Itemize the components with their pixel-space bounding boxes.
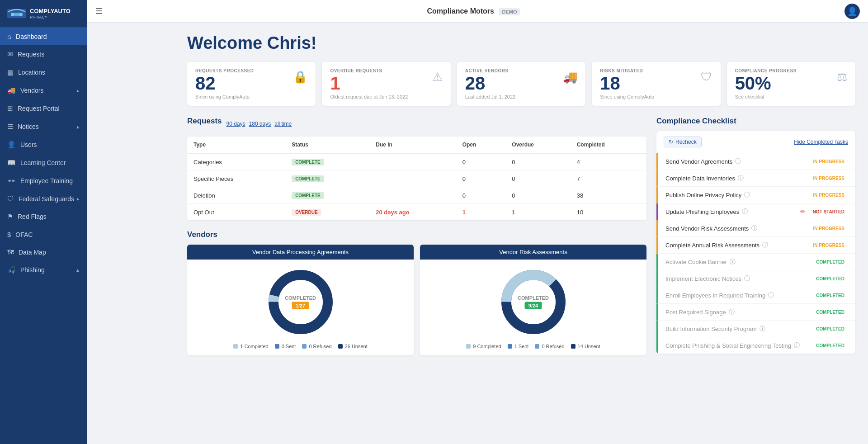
sidebar-item-requests[interactable]: ✉ Requests [0,45,87,63]
status-badge-activate-cookie-banner: COMPLETED [812,259,848,265]
stat-number-requests-processed: 82 [195,73,254,93]
sidebar-icon-ofac: $ [7,231,11,238]
cell-completed: 38 [571,187,646,204]
legend-item: 0 Sent [275,344,296,349]
sidebar-icon-employee-training: 👓 [7,177,16,185]
checklist-item-publish-online-privacy-policy: Publish Online Privacy Policy ⓘ IN PROGR… [656,187,855,203]
sidebar-item-employee-training[interactable]: 👓 Employee Training [0,172,87,190]
stat-label-overdue-requests: OVERDUE REQUESTS [330,68,408,73]
sidebar-item-request-portal[interactable]: ⊞ Request Portal [0,99,87,118]
checklist-item-update-phishing-employees: Update Phishing Employees ⓘ ✏ NOT STARTE… [656,203,855,220]
logo-icon [6,5,27,22]
requests-section-header: Requests 90 days180 daysall time [187,117,646,131]
sidebar-item-notices[interactable]: ☰ Notices ▲ [0,118,87,136]
info-icon-complete-annual-risk-assessments[interactable]: ⓘ [762,241,768,249]
sidebar-label-ofac: OFAC [15,231,33,238]
vendor-chart-title-vra: Vendor Risk Assessments [420,245,646,260]
checklist-item-implement-electronic-notices: Implement Electronic Notices ⓘ COMPLETED [656,270,855,287]
donut-badge-dpa: 1/27 [292,302,309,309]
info-icon-complete-phishing-social-engineering-testing[interactable]: ⓘ [794,341,800,350]
sidebar-item-red-flags[interactable]: ⚑ Red Flags [0,208,87,226]
sidebar-item-federal-safeguards[interactable]: 🛡 Federal Safeguards ▲ [0,190,87,208]
sidebar-item-phishing[interactable]: 🎣 Phishing ▲ [0,261,87,279]
sidebar-chevron-vendors: ▲ [75,88,80,93]
stat-number-active-vendors: 28 [465,73,515,93]
cell-type: Deletion [187,187,285,204]
legend-dot [571,344,576,349]
sidebar-label-federal-safeguards: Federal Safeguards [19,195,74,203]
sidebar-label-phishing: Phishing [20,266,45,274]
cell-completed: 7 [571,170,646,187]
stat-card-active-vendors: ACTIVE VENDORS 28 Last added Jul 1, 2022… [457,62,585,106]
stat-icon-requests-processed: 🔒 [293,70,307,84]
date-link-all-time[interactable]: all time [274,121,292,127]
info-icon-complete-data-inventories[interactable]: ⓘ [738,174,744,182]
company-name: Compliance Motors [427,7,494,15]
cell-due-in [369,187,456,204]
checklist-item-activate-cookie-banner: Activate Cookie Banner ⓘ COMPLETED [656,254,855,270]
user-avatar[interactable]: 👤 [844,4,860,19]
legend-item: 1 Completed [233,344,268,349]
hide-completed-link[interactable]: Hide Completed Tasks [794,139,848,145]
legend-dot [233,344,238,349]
info-icon-build-information-security-program[interactable]: ⓘ [760,325,765,333]
sidebar-icon-red-flags: ⚑ [7,213,13,221]
sidebar-label-notices: Notices [18,123,39,130]
cell-type: Opt Out [187,204,285,221]
sidebar-item-users[interactable]: 👤 Users [0,136,87,154]
legend-item: 26 Unsent [338,344,368,349]
sidebar-chevron-federal-safeguards: ▲ [75,196,80,201]
sidebar-item-locations[interactable]: ▦ Locations [0,63,87,81]
stat-number-risks-mitigated: 18 [600,73,654,93]
sidebar-label-users: Users [20,141,37,148]
status-badge-send-vendor-risk-assessments: IN PROGRESS [810,225,848,232]
sidebar-nav: ⌂ Dashboard ✉ Requests ▦ Locations 🚚 Ven… [0,28,87,279]
cell-due-in: 20 days ago [369,204,456,221]
checklist-item-complete-phishing-social-engineering-testing: Complete Phishing & Social Engineering T… [656,337,855,354]
checklist-item-send-vendor-agreements: Send Vendor Agreements ⓘ IN PROGRESS [656,153,855,170]
recheck-button[interactable]: ↻ Recheck [664,137,702,147]
checklist-item-post-required-signage: Post Required Signage ⓘ COMPLETED [656,304,855,321]
logo-text: COMPLYAUTO [30,8,71,15]
sidebar-item-data-map[interactable]: 🗺 Data Map [0,243,87,261]
cell-type: Specific Pieces [187,170,285,187]
info-icon-post-required-signage[interactable]: ⓘ [729,308,735,316]
checklist-label-complete-phishing-social-engineering-testing: Complete Phishing & Social Engineering T… [665,342,791,349]
sidebar-item-dashboard[interactable]: ⌂ Dashboard [0,28,87,45]
status-badge-publish-online-privacy-policy: IN PROGRESS [810,192,848,198]
cell-status: COMPLETE [285,170,369,187]
checklist-label-build-information-security-program: Build Information Security Program [665,326,757,332]
sidebar-item-learning-center[interactable]: 📖 Learning Center [0,154,87,172]
sidebar-icon-request-portal: ⊞ [7,104,13,113]
stat-card-overdue-requests: OVERDUE REQUESTS 1 Oldest request due at… [322,62,450,106]
sidebar-icon-locations: ▦ [7,68,14,76]
sidebar-item-vendors[interactable]: 🚚 Vendors ▲ [0,81,87,99]
edit-icon-update-phishing-employees[interactable]: ✏ [800,208,806,215]
topbar: ☰ Compliance Motors DEMO 👤 [87,0,868,23]
chart-legend-dpa: 1 Completed 0 Sent 0 Refused 26 Unsent [233,344,368,349]
sidebar-icon-data-map: 🗺 [7,248,14,256]
info-icon-update-phishing-employees[interactable]: ⓘ [742,208,748,216]
info-icon-send-vendor-risk-assessments[interactable]: ⓘ [751,224,757,232]
date-link-90-days[interactable]: 90 days [226,121,245,127]
info-icon-implement-electronic-notices[interactable]: ⓘ [744,274,750,283]
sidebar: COMPLYAUTO PRIVACY ⌂ Dashboard ✉ Request… [0,0,87,444]
vendors-title: Vendors [187,230,646,239]
checklist-label-update-phishing-employees: Update Phishing Employees [665,208,739,215]
checklist-item-build-information-security-program: Build Information Security Program ⓘ COM… [656,321,855,337]
info-icon-publish-online-privacy-policy[interactable]: ⓘ [744,191,750,199]
sidebar-item-ofac[interactable]: $ OFAC [0,226,87,243]
hamburger-icon[interactable]: ☰ [95,6,103,16]
sidebar-label-requests: Requests [18,51,44,58]
sidebar-label-learning-center: Learning Center [20,159,66,166]
chart-legend-vra: 9 Completed 1 Sent 0 Refused 14 Unsent [466,344,600,349]
info-icon-activate-cookie-banner[interactable]: ⓘ [730,258,736,266]
sidebar-label-dashboard: Dashboard [16,33,47,40]
checklist-label-activate-cookie-banner: Activate Cookie Banner [665,259,727,265]
cell-status: COMPLETE [285,187,369,204]
info-icon-enroll-employees-required-training[interactable]: ⓘ [768,291,774,299]
info-icon-send-vendor-agreements[interactable]: ⓘ [735,157,741,165]
date-link-180-days[interactable]: 180 days [249,121,271,127]
sidebar-icon-dashboard: ⌂ [7,33,11,40]
sidebar-icon-federal-safeguards: 🛡 [7,195,14,203]
